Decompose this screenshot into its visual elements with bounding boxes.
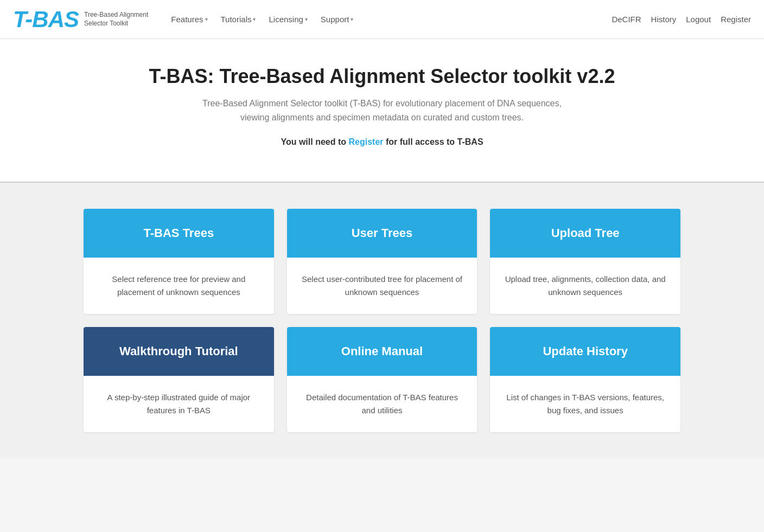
nav-register[interactable]: Register [721, 15, 751, 24]
logo: T-BAS Tree-Based Alignment Selector Tool… [13, 8, 148, 31]
card-user-trees-body: Select user-contributed tree for placeme… [287, 258, 478, 314]
card-upload-tree-header: Upload Tree [490, 209, 680, 258]
card-update-history-body: List of changes in T-BAS versions, featu… [490, 376, 680, 432]
chevron-down-icon: ▾ [205, 16, 208, 22]
hero-register-line: You will need to Register for full acces… [198, 135, 566, 149]
card-online-manual-body: Detailed documentation of T-BAS features… [287, 376, 478, 432]
nav-licensing[interactable]: Licensing ▾ [263, 10, 313, 28]
card-upload-tree[interactable]: Upload Tree Upload tree, alignments, col… [490, 209, 680, 314]
navbar-left: T-BAS Tree-Based Alignment Selector Tool… [13, 8, 359, 31]
card-online-manual-header: Online Manual [287, 327, 478, 376]
nav-tutorials[interactable]: Tutorials ▾ [215, 10, 262, 28]
nav-decifr[interactable]: DeCIFR [612, 15, 641, 24]
card-online-manual[interactable]: Online Manual Detailed documentation of … [287, 327, 478, 432]
nav-history[interactable]: History [651, 15, 677, 24]
nav-support[interactable]: Support ▾ [315, 10, 359, 28]
card-upload-tree-body: Upload tree, alignments, collection data… [490, 258, 680, 314]
nav-logout[interactable]: Logout [686, 15, 711, 24]
logo-text: T-BAS [13, 8, 79, 31]
nav-links: Features ▾ Tutorials ▾ Licensing ▾ Suppo… [165, 10, 359, 28]
card-update-history-header: Update History [490, 327, 680, 376]
navbar: T-BAS Tree-Based Alignment Selector Tool… [0, 0, 764, 39]
card-tbas-trees-body: Select reference tree for preview and pl… [84, 258, 274, 314]
card-user-trees[interactable]: User Trees Select user-contributed tree … [287, 209, 478, 314]
logo-tbas: T-BAS [13, 7, 79, 32]
hero-section: T-BAS: Tree-Based Alignment Selector too… [0, 39, 764, 183]
chevron-down-icon: ▾ [351, 16, 353, 22]
register-link[interactable]: Register [348, 137, 383, 146]
cards-section: T-BAS Trees Select reference tree for pr… [0, 183, 764, 458]
hero-title: T-BAS: Tree-Based Alignment Selector too… [17, 65, 747, 88]
logo-subtitle: Tree-Based Alignment Selector Toolkit [84, 11, 148, 28]
card-user-trees-header: User Trees [287, 209, 478, 258]
card-walkthrough-tutorial[interactable]: Walkthrough Tutorial A step-by-step illu… [84, 327, 274, 432]
hero-description: Tree-Based Alignment Selector toolkit (T… [198, 97, 566, 124]
nav-features[interactable]: Features ▾ [165, 10, 213, 28]
chevron-down-icon: ▾ [253, 16, 256, 22]
card-walkthrough-header: Walkthrough Tutorial [84, 327, 274, 376]
card-walkthrough-body: A step-by-step illustrated guide of majo… [84, 376, 274, 432]
card-update-history[interactable]: Update History List of changes in T-BAS … [490, 327, 680, 432]
cards-grid: T-BAS Trees Select reference tree for pr… [84, 209, 680, 432]
card-tbas-trees-header: T-BAS Trees [84, 209, 274, 258]
navbar-right: DeCIFR History Logout Register [612, 15, 751, 24]
card-tbas-trees[interactable]: T-BAS Trees Select reference tree for pr… [84, 209, 274, 314]
chevron-down-icon: ▾ [305, 16, 308, 22]
